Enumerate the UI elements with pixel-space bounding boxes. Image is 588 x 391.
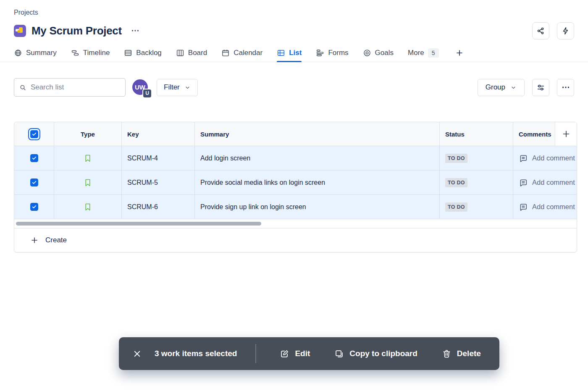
- status-badge: TO DO: [445, 178, 467, 187]
- row-checkbox[interactable]: [30, 154, 38, 162]
- comments-cell[interactable]: Add comment: [513, 195, 577, 219]
- edit-icon: [280, 349, 289, 359]
- comments-cell[interactable]: Add comment: [513, 146, 577, 170]
- tab-list[interactable]: List: [277, 44, 302, 62]
- key-cell[interactable]: SCRUM-4: [122, 146, 195, 170]
- select-all-cell: [14, 122, 54, 146]
- chevron-down-icon: [510, 84, 517, 91]
- add-tab-button[interactable]: [453, 47, 466, 59]
- search-icon: [19, 84, 26, 92]
- chevron-down-icon: [184, 84, 191, 91]
- sliders-icon: [536, 83, 545, 92]
- tab-label: Board: [188, 49, 207, 57]
- clear-selection-button[interactable]: [132, 349, 142, 359]
- tab-forms[interactable]: Forms: [316, 44, 348, 62]
- table-row[interactable]: SCRUM-4 Add login screen TO DO Add comme…: [14, 146, 577, 171]
- horizontal-scrollbar: [14, 219, 577, 228]
- selection-toolbar: 3 work items selected Edit Copy to clipb…: [119, 337, 499, 370]
- share-icon: [536, 26, 545, 35]
- board-icon: [176, 49, 184, 57]
- backlog-icon: [124, 49, 132, 57]
- status-cell[interactable]: TO DO: [440, 195, 513, 219]
- comments-cell[interactable]: Add comment: [513, 171, 577, 194]
- project-avatar-icon: [14, 25, 26, 37]
- tab-label: Backlog: [136, 49, 161, 57]
- delete-button[interactable]: Delete: [442, 349, 481, 359]
- status-cell[interactable]: TO DO: [440, 146, 513, 170]
- column-header-summary[interactable]: Summary: [195, 122, 440, 146]
- tab-timeline[interactable]: Timeline: [71, 44, 110, 62]
- summary-cell[interactable]: Provide sign up link on login screen: [195, 195, 440, 219]
- tab-label: List: [289, 49, 302, 57]
- copy-to-clipboard-button[interactable]: Copy to clipboard: [334, 349, 417, 359]
- breadcrumb[interactable]: Projects: [14, 9, 574, 16]
- group-label: Group: [486, 83, 505, 92]
- summary-cell[interactable]: Add login screen: [195, 146, 440, 170]
- create-label: Create: [45, 236, 67, 244]
- key-cell[interactable]: SCRUM-5: [122, 171, 195, 194]
- ellipsis-icon: [561, 83, 570, 92]
- check-icon: [32, 180, 37, 185]
- automation-button[interactable]: [557, 22, 574, 39]
- close-icon: [132, 349, 142, 359]
- avatar-badge: U: [142, 89, 152, 98]
- tab-more[interactable]: More 5: [408, 44, 439, 62]
- globe-icon: [14, 49, 22, 57]
- summary-cell[interactable]: Provide social media links on login scre…: [195, 171, 440, 194]
- comment-icon: [519, 178, 528, 187]
- column-header-type[interactable]: Type: [54, 122, 122, 146]
- check-icon: [32, 155, 37, 161]
- edit-button[interactable]: Edit: [280, 349, 310, 359]
- add-comment-label: Add comment: [532, 203, 575, 211]
- tab-backlog[interactable]: Backlog: [124, 44, 161, 62]
- create-button[interactable]: Create: [14, 228, 577, 252]
- horizontal-scrollbar-thumb[interactable]: [16, 222, 261, 226]
- type-cell: [54, 146, 122, 170]
- add-comment-label: Add comment: [532, 154, 575, 162]
- story-type-icon: [83, 202, 92, 212]
- check-icon: [32, 131, 37, 137]
- plus-icon: [30, 236, 39, 245]
- comment-icon: [519, 202, 528, 212]
- group-button[interactable]: Group: [478, 79, 525, 96]
- tab-label: Timeline: [83, 49, 110, 57]
- forms-icon: [316, 49, 324, 57]
- row-select-cell: [14, 146, 54, 170]
- tab-label: Forms: [328, 49, 348, 57]
- list-more-button[interactable]: [557, 79, 574, 96]
- status-badge: TO DO: [445, 202, 467, 212]
- select-all-checkbox[interactable]: [30, 130, 38, 138]
- calendar-icon: [221, 49, 230, 57]
- copy-icon: [334, 349, 344, 359]
- table-row[interactable]: SCRUM-6 Provide sign up link on login sc…: [14, 195, 577, 219]
- project-more-icon[interactable]: [129, 24, 142, 37]
- trash-icon: [442, 349, 452, 359]
- search-input[interactable]: [31, 83, 120, 92]
- column-header-key[interactable]: Key: [122, 122, 195, 146]
- jira-list-page: Projects My Scrum Project Summary: [0, 0, 588, 391]
- plus-icon: [455, 48, 464, 58]
- row-checkbox[interactable]: [30, 203, 38, 211]
- table-row[interactable]: SCRUM-5 Provide social media links on lo…: [14, 171, 577, 195]
- filter-label: Filter: [164, 83, 180, 92]
- tab-board[interactable]: Board: [176, 44, 207, 62]
- view-settings-button[interactable]: [532, 79, 549, 96]
- tab-calendar[interactable]: Calendar: [221, 44, 262, 62]
- tab-goals[interactable]: Goals: [363, 44, 394, 62]
- copy-label: Copy to clipboard: [349, 349, 417, 358]
- list-icon: [277, 49, 285, 57]
- selection-count-text: 3 work items selected: [155, 349, 237, 358]
- tab-summary[interactable]: Summary: [14, 44, 57, 62]
- add-column-button[interactable]: [555, 122, 577, 146]
- lightning-icon: [561, 26, 570, 35]
- key-cell[interactable]: SCRUM-6: [122, 195, 195, 219]
- story-type-icon: [83, 154, 92, 163]
- assignee-avatar-group[interactable]: UW U: [131, 79, 150, 97]
- row-select-cell: [14, 195, 54, 219]
- column-header-status[interactable]: Status: [440, 122, 513, 146]
- status-cell[interactable]: TO DO: [440, 171, 513, 194]
- share-button[interactable]: [532, 22, 549, 39]
- row-checkbox[interactable]: [30, 178, 38, 186]
- filter-button[interactable]: Filter: [157, 79, 198, 96]
- check-icon: [32, 204, 37, 210]
